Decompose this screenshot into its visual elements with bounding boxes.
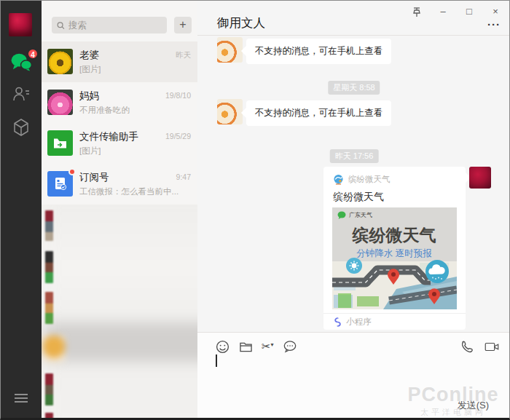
voice-call-button[interactable] — [459, 339, 474, 354]
card-source-label: 缤纷微天气 — [348, 174, 391, 185]
chat-name: 订阅号 — [79, 171, 109, 184]
call-toolbar — [459, 339, 499, 354]
svg-text:广东天气: 广东天气 — [349, 212, 372, 218]
miniprogram-label: 小程序 — [346, 317, 372, 328]
phone-icon — [460, 340, 474, 354]
text-cursor — [216, 354, 217, 367]
chat-list-item[interactable]: 妈妈 19/8/10 不用准备吃的 — [42, 82, 197, 123]
search-row: + — [42, 1, 197, 41]
emoji-icon — [216, 340, 230, 354]
subscriptions-doc-icon — [54, 177, 67, 191]
chat-name: 妈妈 — [79, 90, 99, 103]
nav-contacts-button[interactable] — [1, 78, 42, 110]
pin-button[interactable] — [409, 5, 425, 18]
message-input[interactable] — [215, 356, 496, 400]
card-source-row: 缤纷微天气 — [333, 174, 391, 185]
chat-time: 19/5/29 — [165, 132, 191, 140]
card-image: 广东天气 缤纷微天气 分钟降水 逐时预报 — [332, 207, 457, 309]
svg-text:分钟降水 逐时预报: 分钟降水 逐时预报 — [356, 248, 432, 258]
conversation-panel: 御用文人 – □ × ··· 不支持的消息 — [197, 1, 510, 418]
chat-title: 御用文人 — [217, 15, 265, 31]
chat-list-panel: + 老婆 昨天 [图片] 妈妈 19/8/10 不用准备吃的 文件 — [42, 1, 197, 418]
miniprogram-icon — [333, 317, 342, 328]
chat-list-item[interactable]: 订阅号 9:47 工信微报：怎么看当前中... — [42, 164, 197, 205]
scissors-icon: ✂ — [262, 340, 271, 353]
blurred-chat-rows[interactable] — [42, 205, 197, 420]
chat-list-item[interactable]: 文件传输助手 19/5/29 [图片] — [42, 123, 197, 164]
chat-preview: [图片] — [79, 64, 101, 75]
chat-preview: 不用准备吃的 — [79, 105, 130, 116]
minimize-button[interactable]: – — [435, 5, 451, 18]
video-camera-icon — [484, 341, 499, 353]
chat-time: 9:47 — [176, 173, 191, 181]
nav-rail: 4 — [1, 1, 42, 418]
time-divider: 昨天 17:56 — [330, 149, 379, 163]
close-button[interactable]: × — [487, 5, 503, 18]
wechat-window: 4 — [0, 0, 510, 420]
avatar — [47, 90, 73, 115]
chat-time: 昨天 — [176, 50, 191, 60]
chat-history-button[interactable] — [283, 339, 297, 354]
emoji-button[interactable] — [215, 339, 230, 354]
weather-promo-illustration: 广东天气 缤纷微天气 分钟降水 逐时预报 — [332, 207, 457, 309]
message-bubble[interactable]: 不支持的消息，可在手机上查看 — [246, 39, 391, 64]
card-footer: 小程序 — [323, 313, 466, 330]
send-file-button[interactable] — [238, 339, 253, 354]
unread-count-badge: 4 — [27, 48, 39, 60]
weather-app-icon — [333, 174, 344, 185]
nav-collections-button[interactable] — [1, 111, 42, 143]
search-icon — [57, 21, 65, 30]
message-scroll-area[interactable]: 不支持的消息，可在手机上查看 星期天 8:58 不支持的消息，可在手机上查看 昨… — [197, 36, 510, 332]
pin-icon — [412, 7, 422, 17]
folder-icon — [239, 341, 253, 353]
svg-text:缤纷微天气: 缤纷微天气 — [352, 226, 436, 245]
screenshot-button[interactable]: ✂ ▾ — [262, 340, 274, 353]
composer-toolbar: ✂ ▾ — [215, 339, 297, 354]
time-divider: 星期天 8:58 — [328, 81, 380, 95]
search-box[interactable] — [52, 17, 167, 33]
chat-history-icon — [283, 340, 297, 353]
my-avatar[interactable] — [469, 167, 491, 189]
composer: ✂ ▾ — [197, 332, 510, 420]
selected-chat-highlight — [44, 322, 197, 362]
unread-dot — [68, 168, 76, 175]
peer-avatar[interactable] — [217, 99, 243, 124]
send-button[interactable]: 发送(S) — [458, 399, 489, 412]
window-controls: – □ × — [409, 5, 503, 18]
avatar — [47, 49, 73, 74]
chat-time: 19/8/10 — [165, 91, 191, 100]
hamburger-menu-icon — [13, 393, 29, 403]
chat-name: 文件传输助手 — [79, 130, 138, 143]
chat-more-button[interactable]: ··· — [487, 20, 501, 30]
chat-preview: 工信微报：怎么看当前中... — [79, 186, 178, 197]
chat-header: 御用文人 – □ × ··· — [197, 1, 510, 36]
nav-chats-button[interactable]: 4 — [1, 46, 42, 78]
chat-list-item[interactable]: 老婆 昨天 [图片] — [42, 41, 197, 82]
chat-preview: [图片] — [79, 146, 101, 156]
my-profile-avatar[interactable] — [9, 13, 32, 36]
chat-name: 老婆 — [79, 49, 99, 62]
caret-down-icon: ▾ — [271, 341, 274, 348]
contacts-icon — [12, 85, 31, 103]
miniprogram-card[interactable]: 缤纷微天气 缤纷微天气 广东天气 缤纷微天气 分钟降水 逐时预报 — [323, 167, 466, 330]
subscriptions-avatar — [47, 171, 73, 197]
video-call-button[interactable] — [484, 339, 499, 354]
add-chat-button[interactable]: + — [174, 17, 192, 33]
nav-menu-button[interactable] — [1, 382, 42, 414]
card-title: 缤纷微天气 — [333, 191, 384, 204]
folder-arrow-icon — [53, 138, 67, 149]
collections-cube-icon — [12, 118, 31, 137]
peer-avatar[interactable] — [217, 37, 243, 63]
file-transfer-avatar — [47, 130, 73, 156]
maximize-button[interactable]: □ — [461, 5, 477, 18]
message-bubble[interactable]: 不支持的消息，可在手机上查看 — [246, 100, 391, 126]
watermark-line2: 太平洋电脑网 — [399, 407, 508, 418]
search-input[interactable] — [68, 20, 162, 31]
